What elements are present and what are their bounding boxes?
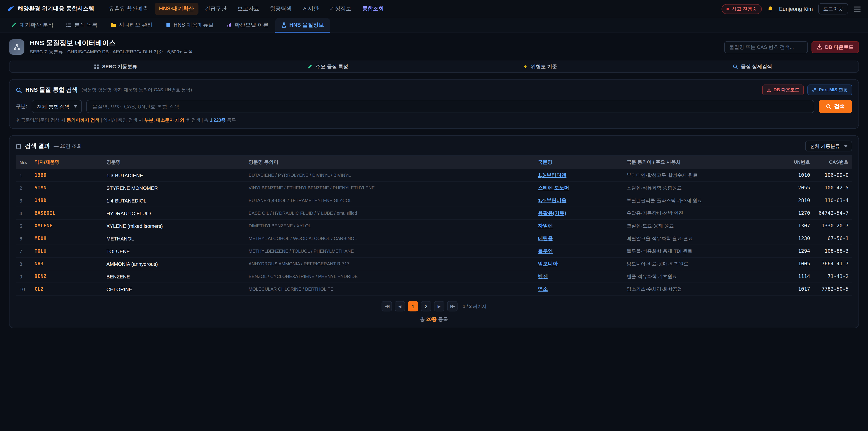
col-korean-name[interactable]: 국문명: [534, 156, 623, 169]
cell-korean-synonyms: 부타디엔·합성고무·합성수지 원료: [623, 169, 782, 182]
korean-name-link[interactable]: 암모니아: [538, 261, 558, 266]
korean-name-link[interactable]: 1,3-부타디엔: [538, 172, 566, 178]
tab-model-theory[interactable]: 확산모델 이론: [220, 18, 274, 33]
cell-english-synonyms: METHYL ALCOHOL / WOOD ALCOHOL / CARBINOL: [245, 232, 534, 245]
korean-name-link[interactable]: 메탄올: [538, 236, 553, 241]
table-body: 1 13BD 1,3-BUTADIENE BUTADIENE / PYRROLY…: [16, 169, 852, 296]
cell-english-name: XYLENE (mixed isomers): [103, 219, 245, 232]
nav-item-reports[interactable]: 보고자료: [233, 3, 264, 15]
korean-name-link[interactable]: 염소: [538, 286, 548, 291]
col-no: No.: [16, 156, 31, 169]
nav-item-oil-spill-prediction[interactable]: 유출유 확산예측: [104, 3, 153, 15]
cell-abbr: NH3: [31, 257, 103, 270]
pagination-prev-button[interactable]: ◀: [395, 301, 405, 311]
category-select-wrap: 전체 통합검색: [32, 100, 82, 113]
table-row[interactable]: 1 13BD 1,3-BUTADIENE BUTADIENE / PYRROLY…: [16, 169, 852, 182]
tab-label: HNS 물질정보: [289, 21, 324, 29]
cell-english-synonyms: BUTANE-1,4-DIOL / TETRAMETHYLENE GLYCOL: [245, 194, 534, 207]
cell-abbr: 14BD: [31, 194, 103, 207]
tab-label: HNS 대응매뉴얼: [174, 21, 214, 29]
table-row[interactable]: 8 NH3 AMMONIA (anhydrous) ANHYDROUS AMMO…: [16, 257, 852, 270]
bell-icon[interactable]: [767, 6, 774, 12]
category-select[interactable]: 전체 통합검색: [32, 100, 82, 113]
col-english-name[interactable]: 영문명: [103, 156, 245, 169]
korean-name-link[interactable]: 윤활유(기유): [538, 210, 566, 216]
tab-scenario-management[interactable]: 시나리오 관리: [104, 18, 159, 33]
book-icon: [165, 22, 171, 28]
main-nav: 유출유 확산예측 HNS·대기확산 긴급구난 보고자료 항공탐색 게시판 기상정…: [104, 3, 388, 15]
cell-korean-name: 스티렌 모노머: [534, 182, 623, 194]
korean-name-link[interactable]: 벤젠: [538, 274, 548, 279]
tab-hns-manual[interactable]: HNS 대응매뉴얼: [160, 18, 219, 33]
search-panel-note: (국문명·영문명·약자·제품명·동의어·CAS·UN번호 통합): [82, 87, 192, 93]
brand[interactable]: 해양환경 위기대응 통합시스템: [7, 5, 94, 13]
feature-label: 위험도 기준: [531, 63, 557, 70]
nav-item-board[interactable]: 게시판: [298, 3, 323, 15]
logout-button[interactable]: 로그아웃: [818, 3, 848, 14]
table-row[interactable]: 3 14BD 1,4-BUTANEDIOL BUTANE-1,4-DIOL / …: [16, 194, 852, 207]
nav-item-integrated-search[interactable]: 통합조회: [358, 3, 388, 15]
pagination-last-button[interactable]: ▶▶: [447, 301, 458, 311]
pagination-page-2[interactable]: 2: [421, 301, 431, 311]
classification-filter-select[interactable]: 전체 기동분류: [805, 141, 852, 151]
korean-name-link[interactable]: 스티렌 모노머: [538, 185, 569, 190]
cell-english-name: AMMONIA (anhydrous): [103, 257, 245, 270]
cell-korean-name: 암모니아: [534, 257, 623, 270]
cell-english-name: METHANOL: [103, 232, 245, 245]
tab-dispersion-analysis[interactable]: 대기확산 분석: [5, 18, 59, 33]
tab-analysis-list[interactable]: 분석 목록: [60, 18, 103, 33]
cell-korean-name: 염소: [534, 283, 623, 296]
feature-substance-detail-search[interactable]: 물질 상세검색: [646, 61, 859, 72]
search-button[interactable]: 검색: [819, 100, 852, 113]
table-row[interactable]: 4 BASEOIL HYDRAULIC FLUID BASE OIL / HYD…: [16, 207, 852, 219]
wing-logo-icon: [7, 6, 14, 12]
table-row[interactable]: 5 XYLENE XYLENE (mixed isomers) DIMETHYL…: [16, 219, 852, 232]
cell-abbr: CL2: [31, 283, 103, 296]
pagination-next-button[interactable]: ▶: [434, 301, 444, 311]
cell-no: 7: [16, 245, 31, 257]
nav-item-emergency-rescue[interactable]: 긴급구난: [200, 3, 231, 15]
feature-substance-properties[interactable]: 주요 물질 특성: [222, 61, 434, 72]
search-panel-title: HNS 물질 통합 검색: [25, 86, 78, 94]
nav-item-weather-info[interactable]: 기상정보: [325, 3, 356, 15]
table-row[interactable]: 10 CL2 CHLORINE MOLECULAR CHLORINE / BER…: [16, 283, 852, 296]
cell-english-name: STYRENE MONOMER: [103, 182, 245, 194]
korean-name-link[interactable]: 톨루엔: [538, 248, 553, 254]
feature-sebc-classification[interactable]: SEBC 기동분류: [9, 61, 222, 72]
db-download-mini-button[interactable]: DB 다운로드: [762, 85, 804, 95]
portmis-link-button[interactable]: Port-MIS 연동: [807, 85, 852, 95]
cell-cas-number: 71-43-2: [814, 270, 852, 283]
table-row[interactable]: 9 BENZ BENZENE BENZOL / CYCLOHEXATRIENE …: [16, 270, 852, 283]
hamburger-menu-icon[interactable]: [854, 6, 861, 11]
table-row[interactable]: 7 TOLU TOLUENE METHYLBENZENE / TOLUOL / …: [16, 245, 852, 257]
col-abbr[interactable]: 약자/제품명: [31, 156, 103, 169]
cell-abbr: BASEOIL: [31, 207, 103, 219]
cell-korean-synonyms: 스틸렌·석유화학 중합원료: [623, 182, 782, 194]
nav-item-hns-dispersion[interactable]: HNS·대기확산: [155, 3, 199, 15]
cell-cas-number: 7664-41-7: [814, 257, 852, 270]
feature-risk-criteria[interactable]: 위험도 기준: [434, 61, 646, 72]
download-icon: [817, 44, 822, 50]
col-un-number: UN번호: [782, 156, 814, 169]
quick-search-input[interactable]: [724, 41, 808, 53]
search-button-label: 검색: [834, 102, 845, 110]
tab-label: 대기확산 분석: [20, 21, 54, 29]
tab-hns-substance-info[interactable]: HNS 물질정보: [275, 18, 330, 33]
topnav-right: 사고 진행중 Eunjeong Kim 로그아웃: [721, 3, 861, 14]
cell-un-number: 1017: [782, 283, 814, 296]
feature-label: SEBC 기동분류: [102, 63, 137, 70]
nav-item-aerial-search[interactable]: 항공탐색: [266, 3, 296, 15]
db-download-button[interactable]: DB 다운로드: [811, 41, 859, 53]
korean-name-link[interactable]: 1,4-부탄디올: [538, 197, 566, 203]
korean-name-link[interactable]: 자일렌: [538, 223, 553, 228]
unified-search-input[interactable]: [86, 100, 814, 113]
table-row[interactable]: 2 STYN STYRENE MONOMER VINYLBENZENE / ET…: [16, 182, 852, 194]
user-name: Eunjeong Kim: [779, 6, 813, 12]
cell-english-synonyms: ANHYDROUS AMMONIA / REFRIGERANT R-717: [245, 257, 534, 270]
pagination-first-button[interactable]: ◀◀: [381, 301, 392, 311]
table-row[interactable]: 6 MEOH METHANOL METHYL ALCOHOL / WOOD AL…: [16, 232, 852, 245]
cell-cas-number: 7782-50-5: [814, 283, 852, 296]
pagination-page-1[interactable]: 1: [408, 301, 418, 311]
cell-english-synonyms: BUTADIENE / PYRROLYENE / DIVINYL / BIVIN…: [245, 169, 534, 182]
page-title: HNS 물질정보 데이터베이스: [30, 39, 193, 48]
